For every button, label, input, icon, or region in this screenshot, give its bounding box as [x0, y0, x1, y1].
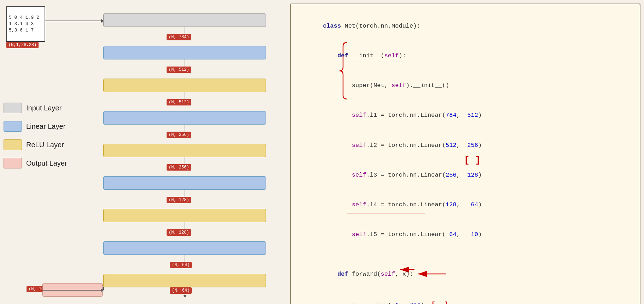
layer-relu-4	[103, 274, 266, 287]
diagram-panel: 5 0 4 1,9 2 1 3,1 4 3 5,3 6 1 7 (N,1,28,…	[0, 0, 290, 304]
legend-label-output: Output Layer	[26, 159, 67, 167]
code-panel: [ ] class Net(torch.nn.Module): def __in…	[290, 4, 640, 304]
network-diagram: 5 0 4 1,9 2 1 3,1 4 3 5,3 6 1 7 (N,1,28,…	[0, 0, 290, 304]
code-line-3: super(Net, self).__init__()	[301, 71, 629, 101]
layer-relu-2	[103, 144, 266, 157]
layer-linear-2	[103, 111, 266, 125]
code-line-8: self.l5 = torch.nn.Linear( 64, 10)	[301, 220, 629, 249]
badge-n-64-a: (N, 64)	[170, 262, 192, 268]
badge-n-512-a: (N, 512)	[167, 67, 191, 73]
code-line-9: def forward(self, x):	[301, 259, 629, 289]
code-block: class Net(torch.nn.Module): def __init__…	[301, 11, 629, 304]
legend-label-linear: Linear Layer	[26, 122, 65, 131]
code-line-1: class Net(torch.nn.Module):	[301, 11, 629, 41]
code-line-7: self.l4 = torch.nn.Linear(128, 64)	[301, 190, 629, 220]
layer-relu-3	[103, 209, 266, 222]
layer-linear-1	[103, 46, 266, 59]
input-image-box: 5 0 4 1,9 2 1 3,1 4 3 5,3 6 1 7	[6, 6, 45, 42]
input-image-text: 5 0 4 1,9 2 1 3,1 4 3 5,3 6 1 7	[7, 13, 45, 36]
code-line-10: x = x.view(-1, 784) [ ]	[301, 289, 629, 304]
code-line-4: self.l1 = torch.nn.Linear(784, 512)	[301, 101, 629, 130]
legend-box-output	[4, 158, 22, 168]
badge-n-64-b: (N, 64)	[170, 287, 192, 294]
legend-box-linear	[4, 121, 22, 132]
connector-v	[103, 287, 104, 290]
badge-n-256-a: (N, 256)	[167, 132, 191, 138]
layer-linear-4	[103, 241, 266, 255]
code-line-blank-1	[301, 249, 629, 259]
badge-n-784: (N, 784)	[167, 34, 191, 40]
code-line-5: self.l2 = torch.nn.Linear(512, 256)	[301, 131, 629, 160]
badge-n-512-b: (N, 512)	[167, 99, 191, 105]
legend-item-linear: Linear Layer	[4, 121, 67, 132]
code-line-6: self.l3 = torch.nn.Linear(256, 128)	[301, 160, 629, 190]
legend-label-relu: ReLU Layer	[26, 141, 64, 149]
badge-n-128-b: (N, 128)	[167, 229, 191, 236]
arrow-image-to-input	[45, 21, 104, 21]
badge-n-1-28-28: (N,1,28,28)	[6, 42, 39, 48]
legend-box-input	[4, 103, 22, 113]
badge-n-256-b: (N, 256)	[167, 164, 191, 171]
badge-n-128-a: (N, 128)	[167, 197, 191, 203]
code-line-2: def __init__(self):	[301, 41, 629, 71]
layer-linear-3	[103, 176, 266, 190]
legend: Input Layer Linear Layer ReLU Layer Outp…	[4, 103, 67, 176]
legend-item-input: Input Layer	[4, 103, 67, 113]
legend-box-relu	[4, 139, 22, 150]
layer-input	[103, 13, 266, 27]
legend-label-input: Input Layer	[26, 104, 62, 112]
layer-relu-1	[103, 79, 266, 92]
legend-item-relu: ReLU Layer	[4, 139, 67, 150]
legend-item-output: Output Layer	[4, 158, 67, 168]
connector-h	[42, 290, 103, 291]
